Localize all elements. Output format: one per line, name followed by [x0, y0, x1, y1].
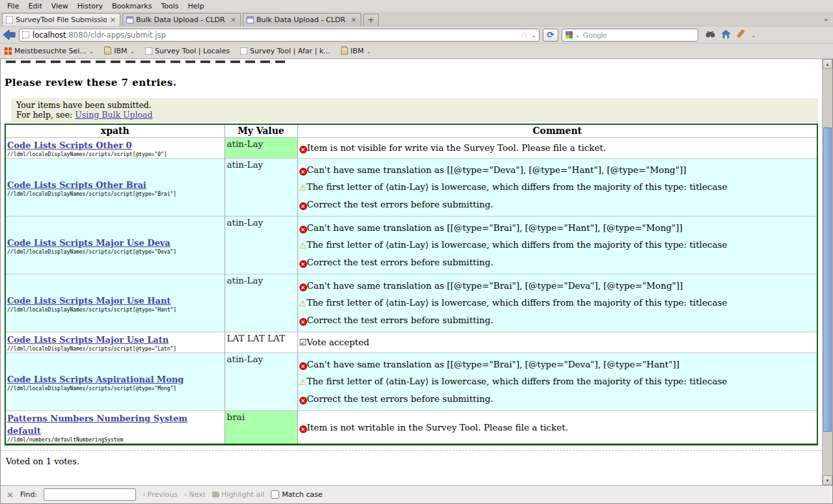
warning-icon: ⚠ — [299, 377, 307, 387]
xpath-cell: Code Lists Scripts Major Use Latn//ldml/… — [5, 332, 225, 353]
tab-title: Bulk Data Upload - CLDR - Un... — [256, 16, 348, 24]
error-icon: × — [299, 168, 307, 176]
xpath-link[interactable]: Code Lists Scripts Other 0 — [7, 140, 132, 150]
search-input[interactable] — [583, 31, 694, 39]
back-button[interactable] — [3, 29, 16, 40]
notice-line-2: For help, see: Using Bulk Upload — [16, 110, 813, 120]
search-engine-dropdown-icon[interactable]: ⌄ — [575, 32, 580, 38]
bookmark-star-icon[interactable]: ☆ — [521, 30, 528, 40]
bookmark-dropdown-icon[interactable]: ⌄ — [89, 48, 94, 55]
highlight-all-button[interactable]: Highlight all — [212, 490, 264, 499]
comment-line: ⚠The first letter of ⟨atin-Lay⟩ is lower… — [299, 181, 816, 193]
find-previous-button[interactable]: ‹Previous — [143, 490, 178, 499]
xpath-link[interactable]: Code Lists Scripts Major Use Latn — [7, 335, 169, 345]
binoculars-icon[interactable] — [705, 29, 715, 41]
bookmark-4[interactable]: Survey Tool | Afar | k... — [240, 47, 331, 55]
column-header-my-value: My Value — [225, 124, 297, 138]
menu-tools[interactable]: Tools — [156, 1, 183, 11]
find-label: Find: — [20, 490, 37, 499]
menu-bar: FileEditViewHistoryBookmarksToolsHelp — [0, 0, 833, 12]
comment-line: ×Can't have same translation as [[@type=… — [299, 165, 816, 176]
match-case-checkbox[interactable] — [271, 490, 279, 499]
xpath-link[interactable]: Code Lists Scripts Other Brai — [7, 180, 146, 190]
search-bar[interactable]: ⌄ — [562, 29, 698, 42]
menu-view[interactable]: View — [47, 1, 73, 11]
tab-close-icon[interactable]: × — [109, 16, 116, 24]
new-tab-button[interactable]: + — [363, 14, 379, 26]
check-icon: ☑ — [299, 338, 307, 347]
page-content: Please review these 7 entries. Your item… — [1, 59, 832, 485]
bookmark-dropdown-icon[interactable]: ⌄ — [130, 48, 135, 55]
google-logo-icon — [566, 31, 573, 38]
bookmark-label: Meistbesuchte Sei... — [14, 47, 87, 55]
tab-bar: SurveyTool File Submission | ...×Bulk Da… — [0, 12, 833, 26]
xpath-link[interactable]: Patterns Numbers Numbering System defaul… — [7, 414, 187, 436]
home-icon[interactable] — [721, 29, 731, 41]
tab-list-chevron-icon[interactable]: ⌄ — [823, 14, 829, 23]
notice-line-1: Your items have been submitted. — [16, 100, 813, 110]
pen-icon[interactable] — [737, 29, 745, 41]
xpath-path: //ldml/localeDisplayNames/scripts/script… — [7, 307, 223, 313]
using-bulk-upload-link[interactable]: Using Bulk Upload — [75, 110, 152, 120]
bookmarks-bar: Meistbesuchte Sei...⌄IBM⌄Survey Tool | L… — [0, 43, 833, 59]
comment-line: ⚠The first letter of ⟨atin-Lay⟩ is lower… — [299, 239, 816, 251]
url-bar[interactable]: localhost:8080/cldr-apps/submit.jsp ☆ ⌄ — [19, 29, 539, 42]
tab-title: Bulk Data Upload - CLDR - Un... — [136, 16, 227, 24]
comment-line: ×Correct the test errors before submitti… — [299, 257, 816, 268]
my-value-cell: LAT LAT LAT — [225, 332, 297, 353]
scrollbar-thumb[interactable] — [823, 127, 832, 432]
notice-line-2-text: For help, see: — [16, 110, 75, 120]
table-row: Code Lists Scripts Other Brai//ldml/loca… — [5, 159, 817, 217]
tab-close-icon[interactable]: × — [230, 16, 237, 24]
xpath-cell: Code Lists Scripts Aspirational Mong//ld… — [5, 353, 225, 411]
comment-line: ⚠The first letter of ⟨atin-Lay⟩ is lower… — [299, 376, 816, 388]
xpath-cell: Code Lists Scripts Major Use Hant//ldml/… — [5, 274, 225, 332]
menu-edit[interactable]: Edit — [23, 1, 46, 11]
match-case-label: Match case — [282, 490, 322, 499]
navigation-bar: localhost:8080/cldr-apps/submit.jsp ☆ ⌄ … — [0, 26, 833, 43]
xpath-link[interactable]: Code Lists Scripts Aspirational Mong — [7, 375, 184, 384]
reload-button[interactable]: ⟳ — [543, 29, 558, 42]
bookmark-3[interactable]: Survey Tool | Locales — [145, 47, 230, 55]
bookmark-label: Survey Tool | Afar | k... — [250, 47, 331, 55]
my-value-cell: atin-Lay — [225, 217, 297, 274]
comment-cell: ×Item is not writable in the Survey Tool… — [297, 411, 817, 445]
error-icon: × — [299, 284, 307, 291]
find-close-icon[interactable]: × — [7, 490, 14, 499]
error-icon: × — [299, 397, 307, 405]
menu-bookmarks[interactable]: Bookmarks — [107, 1, 156, 11]
review-table: xpathMy ValueComment Code Lists Scripts … — [5, 124, 818, 445]
table-row: Code Lists Scripts Major Use Hant//ldml/… — [5, 274, 817, 332]
table-body: Code Lists Scripts Other 0//ldml/localeD… — [5, 138, 817, 445]
url-dropdown-icon[interactable]: ⌄ — [531, 32, 536, 38]
bookmark-5[interactable]: IBM⌄ — [341, 47, 372, 55]
scroll-up-arrow-icon[interactable]: ▴ — [823, 59, 832, 69]
comment-cell: ☑Vote accepted — [297, 332, 817, 353]
toolbar-overflow-chevron-icon[interactable]: ⌄ — [751, 32, 756, 38]
xpath-link[interactable]: Code Lists Scripts Major Use Hant — [7, 296, 171, 306]
tab-2[interactable]: Bulk Data Upload - CLDR - Un...× — [122, 13, 241, 26]
tab-3[interactable]: Bulk Data Upload - CLDR - Un...× — [243, 13, 361, 26]
folder-icon — [341, 47, 348, 55]
find-next-button[interactable]: ›Next — [184, 490, 206, 499]
placeholder-icon — [145, 47, 152, 55]
tab-close-icon[interactable]: × — [350, 16, 357, 24]
find-input[interactable] — [44, 488, 136, 501]
url-text: localhost:8080/cldr-apps/submit.jsp — [33, 31, 517, 40]
tab-1[interactable]: SurveyTool File Submission | ...× — [2, 13, 120, 26]
menu-history[interactable]: History — [73, 1, 107, 11]
clipped-heading-remnant — [6, 60, 286, 63]
menu-file[interactable]: File — [3, 1, 23, 11]
vertical-scrollbar[interactable]: ▴ ▾ — [822, 59, 832, 485]
menu-help[interactable]: Help — [184, 1, 209, 11]
comment-line: ×Correct the test errors before submitti… — [299, 199, 816, 210]
xpath-link[interactable]: Code Lists Scripts Major Use Deva — [7, 238, 171, 248]
match-case-toggle[interactable]: Match case — [271, 490, 322, 499]
bookmark-2[interactable]: IBM⌄ — [104, 47, 135, 55]
bookmark-1[interactable]: Meistbesuchte Sei...⌄ — [5, 47, 94, 55]
page-title: Please review these 7 entries. — [5, 77, 822, 88]
notice-box: Your items have been submitted. For help… — [11, 98, 818, 122]
scroll-down-arrow-icon[interactable]: ▾ — [823, 475, 832, 485]
bookmark-dropdown-icon[interactable]: ⌄ — [366, 48, 372, 55]
xpath-path: //ldml/localeDisplayNames/scripts/script… — [7, 191, 223, 197]
